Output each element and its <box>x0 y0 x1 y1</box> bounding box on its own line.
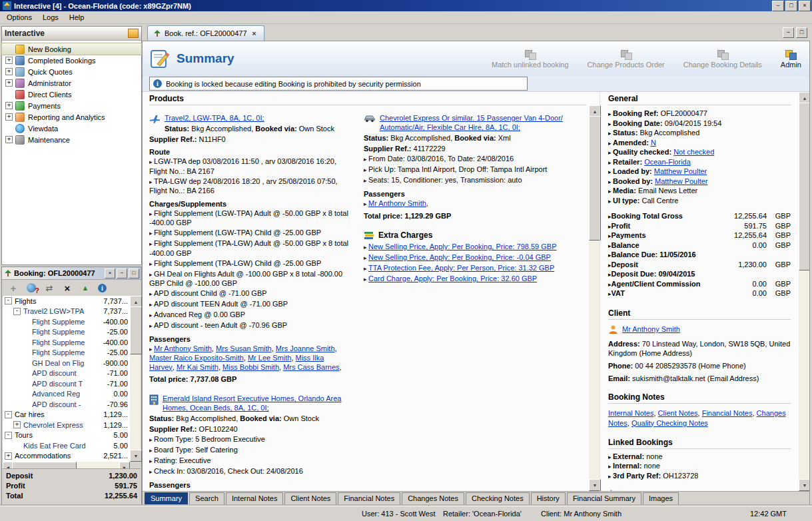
scroll-down-icon[interactable] <box>799 479 809 491</box>
tree-row[interactable]: Flight Suppleme -25.00 <box>3 327 130 338</box>
expand-icon[interactable]: + <box>13 421 21 428</box>
tree-row[interactable]: Kids Eat Free Card 5.00 <box>3 440 130 451</box>
tree-row[interactable]: + Accommodations 2,521... <box>3 451 130 462</box>
toolbar-button[interactable]: Change Booking Details <box>683 49 762 69</box>
note-link[interactable]: Client Notes <box>658 409 702 417</box>
scrollbar-thumb[interactable] <box>799 103 809 270</box>
panel-close-button[interactable]: × <box>105 268 115 278</box>
sidebar-item[interactable]: + Reporting and Analytics <box>2 111 141 123</box>
expand-icon[interactable]: + <box>5 57 13 64</box>
tree-row[interactable]: - Car hires 1,129... <box>3 410 130 420</box>
toolbar-button[interactable]: Change Products Order <box>588 49 665 69</box>
maximize-button[interactable]: □ <box>785 1 797 11</box>
sidebar-item[interactable]: + Completed Bookings <box>2 55 141 66</box>
tree-row[interactable]: + Chevrolet Express 1,129... <box>3 420 130 430</box>
tree-row[interactable]: Advanced Reg 0.00 <box>3 389 130 400</box>
extra-charge-link[interactable]: New Selling Price, Apply: Per Booking, P… <box>368 253 551 261</box>
general-value[interactable]: Not checked <box>673 148 714 156</box>
flight-title-link[interactable]: Travel2, LGW-TPA, 8A, 1C, 0I; <box>165 114 264 122</box>
products-scrollbar[interactable] <box>589 105 600 491</box>
note-link[interactable]: Quality Checking Notes <box>631 419 708 427</box>
toolbar-button[interactable]: Admin <box>781 49 801 69</box>
bottom-tab[interactable]: Search <box>189 492 224 505</box>
menu-item[interactable]: Help <box>64 12 90 23</box>
transfer-icon[interactable] <box>44 282 55 293</box>
passenger-link[interactable]: Mr Anthony Smith <box>154 490 216 491</box>
info-icon[interactable] <box>98 284 107 292</box>
menu-item[interactable]: Logs <box>37 12 64 23</box>
general-value[interactable]: Ocean-Florida <box>644 158 691 166</box>
passenger-link[interactable]: Mrs Susan Smith <box>216 344 276 352</box>
expand-icon[interactable]: + <box>5 79 13 87</box>
expand-icon[interactable]: - <box>5 411 12 418</box>
bottom-tab[interactable]: Internal Notes <box>226 492 283 505</box>
panel-maximize-button[interactable]: □ <box>129 268 139 278</box>
general-value[interactable]: Matthew Poulter <box>654 167 707 175</box>
tree-row[interactable]: APD discount -71.00 <box>3 368 130 379</box>
passenger-link[interactable]: Mr Lee Smith <box>248 354 296 362</box>
extra-charge-link[interactable]: TTA Protection Fee, Apply: Per Person, P… <box>368 264 554 272</box>
bottom-tab[interactable]: Financial Summary <box>567 492 641 505</box>
scroll-down-icon[interactable] <box>130 450 142 462</box>
sidebar-item[interactable]: Direct Clients <box>2 89 141 100</box>
expand-icon[interactable]: - <box>5 297 12 304</box>
scrollbar-thumb[interactable] <box>130 306 142 354</box>
passenger-link[interactable]: Mr Kai Smith <box>177 363 222 371</box>
tree-row[interactable]: Flight Suppleme -25.00 <box>3 348 130 358</box>
expand-icon[interactable]: + <box>5 452 12 460</box>
client-name-link[interactable]: Mr Anthony Smith <box>622 325 680 333</box>
expand-icon[interactable]: - <box>5 432 12 439</box>
add-linked-booking-icon[interactable]: + <box>608 486 614 491</box>
passenger-link[interactable]: Mrs Cass Barnes <box>283 363 343 371</box>
hotel-title-link[interactable]: Emerald Island Resort Executive Homes, O… <box>163 394 341 412</box>
expand-icon[interactable]: + <box>5 102 13 109</box>
sidebar-item[interactable]: New Booking <box>2 43 141 55</box>
tree-row[interactable]: Flight Suppleme -400.00 <box>3 316 130 327</box>
tree-row[interactable]: APD discount - -70.96 <box>3 399 130 410</box>
tree-row[interactable]: - Tours 5.00 <box>3 430 130 441</box>
panel-minimize-button[interactable]: − <box>117 268 127 278</box>
tree-row[interactable]: GH Deal on Flig -900.00 <box>3 358 130 368</box>
general-value[interactable]: Matthew Poulter <box>655 177 707 185</box>
extra-charge-link[interactable]: New Selling Price, Apply: Per Booking, P… <box>368 243 556 251</box>
collapse-panel-icon[interactable] <box>128 29 139 38</box>
sidebar-item[interactable]: Viewdata <box>2 123 141 134</box>
note-link[interactable]: Financial Notes <box>702 409 757 417</box>
car-title-link[interactable]: Chevrolet Express Or similar. 15 Passeng… <box>380 114 563 131</box>
close-button[interactable]: × <box>799 1 811 11</box>
general-value[interactable]: N <box>651 139 656 147</box>
bottom-tab[interactable]: Checking Notes <box>466 492 530 505</box>
globe-help-icon[interactable] <box>27 283 36 292</box>
bottom-tab[interactable]: Images <box>643 492 679 505</box>
bottom-tab[interactable]: Changes Notes <box>402 492 464 505</box>
passenger-link[interactable]: Mr Anthony Smith <box>368 199 430 207</box>
expand-icon[interactable]: + <box>5 68 13 75</box>
palm-tree-icon[interactable] <box>80 282 91 293</box>
note-link[interactable]: Internal Notes <box>608 409 658 417</box>
delete-icon[interactable] <box>62 282 73 293</box>
expand-icon[interactable]: + <box>5 136 13 143</box>
extra-charge-link[interactable]: Card Charge, Apply: Per Booking, Price: … <box>368 274 537 282</box>
sidebar-item[interactable]: + Quick Quotes <box>2 66 141 77</box>
menu-item[interactable]: Options <box>1 12 37 23</box>
general-scrollbar[interactable] <box>799 92 809 491</box>
add-icon[interactable] <box>8 282 19 293</box>
tree-row[interactable]: - Travel2 LGW>TPA 7,737... <box>3 306 130 317</box>
passenger-link[interactable]: Mrs Joanne Smith <box>276 490 339 491</box>
sidebar-item[interactable]: + Administrator <box>2 77 141 89</box>
mdi-maximize-button[interactable]: □ <box>796 27 807 38</box>
passenger-link[interactable]: Mrs Joanne Smith <box>276 344 339 352</box>
passenger-link[interactable]: Master Raico Exposito-Smith <box>149 354 248 362</box>
tree-row[interactable]: APD discount T -71.00 <box>3 378 130 389</box>
bottom-tab[interactable]: Financial Notes <box>338 492 400 505</box>
booking-tree-vscrollbar[interactable] <box>130 296 141 462</box>
tree-row[interactable]: Flight Suppleme -400.00 <box>3 337 130 348</box>
expand-icon[interactable]: - <box>13 308 21 315</box>
passenger-link[interactable]: Mrs Susan Smith <box>216 490 276 491</box>
toolbar-button[interactable]: Match unlinked booking <box>492 49 569 69</box>
mdi-minimize-button[interactable]: − <box>783 27 794 38</box>
sidebar-item[interactable]: + Payments <box>2 100 141 111</box>
minimize-button[interactable]: − <box>772 1 784 11</box>
bottom-tab[interactable]: Summary <box>145 492 188 505</box>
expand-icon[interactable]: + <box>5 113 13 121</box>
